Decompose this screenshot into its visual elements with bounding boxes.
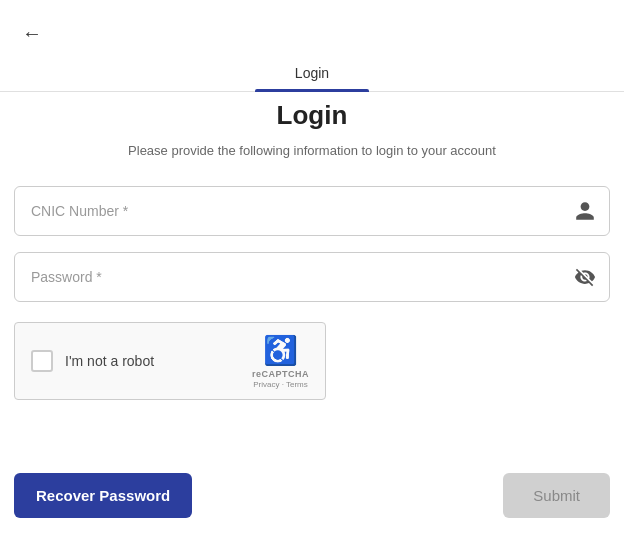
back-arrow-icon: ←	[22, 22, 42, 45]
recaptcha-icon: ♿	[263, 334, 298, 367]
captcha-container: I'm not a robot ♿ reCAPTCHA Privacy · Te…	[14, 322, 326, 400]
bottom-row: Recover Password Submit	[14, 473, 610, 518]
cnic-field-group	[14, 186, 610, 236]
submit-button[interactable]: Submit	[503, 473, 610, 518]
recaptcha-brand: reCAPTCHA	[252, 369, 309, 379]
person-icon	[574, 200, 596, 222]
form-title: Login	[14, 100, 610, 131]
main-content: Login Please provide the following infor…	[0, 100, 624, 400]
page-container: ← Login Login Please provide the followi…	[0, 0, 624, 536]
form-subtitle: Please provide the following information…	[14, 143, 610, 158]
cnic-input[interactable]	[14, 186, 610, 236]
captcha-checkbox[interactable]	[31, 350, 53, 372]
recaptcha-links: Privacy · Terms	[253, 380, 308, 389]
recover-password-button[interactable]: Recover Password	[14, 473, 192, 518]
password-input[interactable]	[14, 252, 610, 302]
back-button[interactable]: ←	[18, 18, 46, 49]
captcha-label: I'm not a robot	[65, 353, 244, 369]
tab-login[interactable]: Login	[255, 55, 369, 91]
tab-bar: Login	[0, 55, 624, 92]
password-field-group	[14, 252, 610, 302]
eye-off-icon[interactable]	[574, 266, 596, 288]
captcha-logo: ♿ reCAPTCHA Privacy · Terms	[252, 334, 309, 389]
